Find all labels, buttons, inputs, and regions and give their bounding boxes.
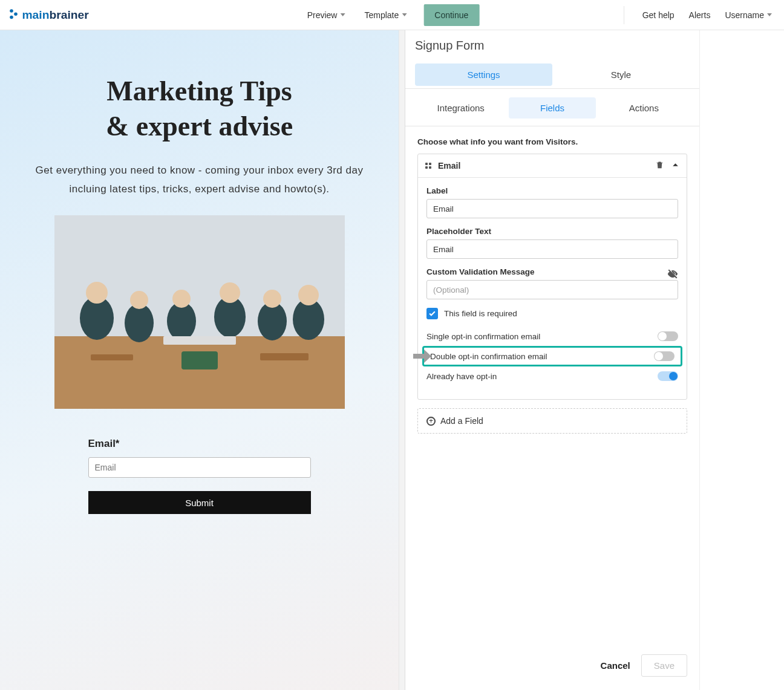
already-optin-label: Already have opt-in — [426, 372, 497, 381]
trash-icon[interactable] — [655, 160, 664, 171]
svg-rect-18 — [163, 336, 236, 345]
placeholder-group: Placeholder Text — [426, 227, 678, 259]
hero-title-line2: & expert advise — [106, 111, 293, 142]
logo[interactable]: mainbrainer — [5, 7, 119, 24]
placeholder-label: Placeholder Text — [426, 227, 678, 236]
double-optin-label: Double opt-in confirmation email — [430, 352, 547, 361]
topbar: mainbrainer Preview Template Continue Ge… — [0, 0, 784, 30]
hero-image — [54, 215, 345, 409]
placeholder-input[interactable] — [426, 239, 678, 259]
svg-rect-19 — [91, 354, 133, 360]
alerts-link[interactable]: Alerts — [682, 7, 718, 24]
subtab-integrations[interactable]: Integrations — [417, 97, 504, 119]
hero-title: Marketing Tips & expert advise — [24, 74, 374, 143]
checkbox-checked-icon — [426, 308, 438, 319]
svg-point-12 — [86, 282, 108, 304]
field-card-body: Label Placeholder Text Custom Validation… — [418, 178, 687, 399]
preview-email-input[interactable] — [88, 457, 311, 478]
validation-input[interactable] — [426, 280, 678, 299]
drag-handle-icon[interactable] — [425, 163, 432, 169]
preview-submit-button[interactable]: Submit — [88, 491, 311, 514]
svg-rect-20 — [260, 353, 309, 360]
single-optin-label: Single opt-in confirmation email — [426, 332, 540, 341]
tab-style[interactable]: Style — [552, 63, 690, 86]
validation-label: Custom Validation Message — [426, 267, 535, 276]
helper-text: Choose what info you want from Visitors. — [417, 137, 687, 146]
continue-button[interactable]: Continue — [423, 4, 479, 26]
field-card-email: Email Label — [417, 154, 687, 400]
svg-point-17 — [298, 285, 319, 305]
preview-email-label: Email* — [88, 438, 311, 450]
subtab-actions[interactable]: Actions — [601, 97, 687, 119]
panel-footer: Cancel Save — [405, 641, 699, 690]
right-ghost-panel — [699, 30, 784, 690]
single-optin-toggle[interactable] — [658, 331, 678, 341]
preview-dropdown[interactable]: Preview — [305, 7, 348, 24]
svg-point-15 — [220, 282, 240, 303]
svg-point-7 — [125, 304, 154, 342]
label-group: Label — [426, 186, 678, 218]
chevron-down-icon — [340, 13, 345, 16]
double-optin-toggle[interactable] — [654, 351, 675, 361]
arrow-right-icon — [413, 350, 431, 363]
field-card-actions — [655, 160, 679, 171]
topbar-center: Preview Template Continue — [305, 4, 480, 26]
preview-label: Preview — [307, 10, 338, 20]
panel-body: Choose what info you want from Visitors.… — [405, 126, 699, 641]
subtab-fields[interactable]: Fields — [509, 97, 595, 119]
svg-rect-22 — [413, 354, 424, 359]
label-input[interactable] — [426, 199, 678, 218]
svg-point-0 — [10, 9, 13, 13]
canvas-preview: Marketing Tips & expert advise Get every… — [0, 30, 399, 690]
save-button[interactable]: Save — [641, 654, 687, 677]
chevron-down-icon — [402, 13, 407, 16]
plus-circle-icon: + — [426, 417, 436, 426]
preview-form: Email* Submit — [88, 438, 311, 514]
single-optin-row: Single opt-in confirmation email — [426, 327, 678, 346]
panel-title: Signup Form — [405, 30, 699, 61]
field-card-title: Email — [438, 161, 649, 171]
add-field-label: Add a Field — [440, 416, 483, 426]
template-dropdown[interactable]: Template — [362, 7, 409, 24]
label-label: Label — [426, 186, 678, 195]
username-label: Username — [725, 10, 764, 20]
add-field-button[interactable]: + Add a Field — [417, 408, 687, 434]
divider — [624, 6, 624, 24]
panel-gutter — [399, 30, 405, 690]
required-checkbox-row[interactable]: This field is required — [426, 308, 678, 319]
main-tabs: Settings Style — [405, 61, 699, 89]
svg-text:mainbrainer: mainbrainer — [22, 8, 90, 21]
double-optin-row: Double opt-in confirmation email — [422, 346, 682, 366]
chevron-down-icon — [767, 13, 772, 16]
tab-settings[interactable]: Settings — [415, 63, 552, 86]
svg-point-2 — [10, 15, 13, 19]
settings-panel: Signup Form Settings Style Integrations … — [405, 30, 699, 690]
sub-tabs: Integrations Fields Actions — [405, 89, 699, 126]
svg-point-13 — [130, 291, 148, 309]
required-label: This field is required — [444, 309, 517, 318]
topbar-right: Get help Alerts Username — [624, 0, 779, 30]
cancel-button[interactable]: Cancel — [598, 656, 633, 675]
svg-rect-21 — [181, 351, 218, 369]
main: Marketing Tips & expert advise Get every… — [0, 30, 784, 690]
field-card-header: Email — [418, 154, 687, 178]
hero-title-line1: Marketing Tips — [106, 76, 292, 106]
already-optin-toggle[interactable] — [658, 371, 678, 381]
svg-point-14 — [172, 290, 191, 308]
hero: Marketing Tips & expert advise Get every… — [0, 74, 399, 514]
template-label: Template — [364, 10, 399, 20]
chevron-up-icon[interactable] — [671, 161, 679, 171]
get-help-link[interactable]: Get help — [635, 7, 682, 24]
svg-point-16 — [263, 290, 281, 308]
svg-point-1 — [14, 12, 18, 16]
username-dropdown[interactable]: Username — [717, 7, 779, 24]
svg-rect-5 — [54, 336, 345, 409]
hero-subtitle: Get everything you need to know - coming… — [30, 161, 369, 198]
already-optin-row: Already have opt-in — [426, 366, 678, 386]
eye-off-icon[interactable] — [667, 269, 678, 279]
validation-group: Custom Validation Message — [426, 267, 678, 299]
